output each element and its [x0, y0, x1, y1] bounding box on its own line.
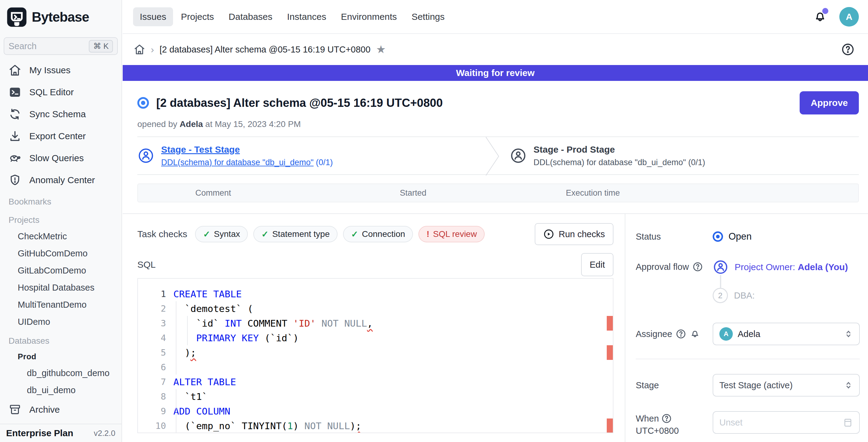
sidebar-item-my-issues[interactable]: My Issues — [0, 59, 121, 81]
stage-pipeline: Stage - Test Stage DDL(schema) for datab… — [137, 136, 859, 175]
check-pill-syntax[interactable]: ✓Syntax — [195, 226, 248, 242]
issue-sidebar: Status Open Approval flow — [625, 214, 868, 442]
main-area: IssuesProjectsDatabasesInstancesEnvironm… — [123, 0, 868, 442]
line-number: 6 — [138, 360, 166, 375]
stage-separator — [485, 137, 502, 176]
stage-select-label: Stage — [636, 380, 713, 390]
sidebar-item-slow-queries[interactable]: Slow Queries — [0, 147, 121, 169]
avatar[interactable]: A — [839, 7, 859, 27]
code-line: 9ADD COLUMN — [138, 404, 613, 418]
sql-section-label: SQL — [137, 259, 156, 270]
nav-settings[interactable]: Settings — [405, 7, 451, 26]
line-content: `t1` — [166, 389, 208, 404]
sidebar-item-sync-schema[interactable]: Sync Schema — [0, 103, 121, 125]
panel-divider — [636, 359, 860, 359]
sidebar-item-label: Export Center — [29, 131, 86, 141]
play-circle-icon — [543, 229, 554, 240]
notification-dot — [822, 8, 828, 14]
when-date-input[interactable]: Unset — [713, 411, 860, 434]
nav-projects[interactable]: Projects — [174, 7, 221, 26]
status-banner: Waiting for review — [123, 65, 868, 81]
nav-environments[interactable]: Environments — [334, 7, 403, 26]
code-line: 6 — [138, 360, 613, 375]
sidebar-item-label: Archive — [29, 405, 60, 415]
chevron-updown-icon — [844, 328, 853, 340]
turtle-icon — [8, 152, 21, 164]
sidebar-item-sql-editor[interactable]: SQL Editor — [0, 81, 121, 103]
sidebar-item-label: Slow Queries — [29, 153, 84, 163]
stage-task-link[interactable]: DDL(schema) for database "db_ui_demo" — [161, 158, 313, 167]
stage-person-icon — [510, 147, 527, 164]
line-number: 10 — [138, 418, 166, 433]
line-content: (`emp_no` TINYINT(1) NOT NULL); — [166, 418, 361, 433]
stage-prod-stage[interactable]: Stage - Prod Stage DDL(schema) for datab… — [510, 145, 705, 167]
star-icon[interactable]: ★ — [376, 43, 386, 56]
column-execution-time: Execution time — [566, 188, 620, 198]
assignee-label: Assignee — [636, 329, 672, 339]
sidebar-project-checkmetric[interactable]: CheckMetric — [0, 228, 121, 245]
subscribe-bell-icon[interactable] — [690, 329, 700, 339]
sidebar-project-multitenantdemo[interactable]: MultiTenantDemo — [0, 296, 121, 313]
sidebar-menu: My IssuesSQL EditorSync SchemaExport Cen… — [0, 59, 121, 191]
nav-databases[interactable]: Databases — [222, 7, 279, 26]
code-line: 1CREATE TABLE — [138, 287, 613, 301]
stage-title[interactable]: Stage - Test Stage — [161, 145, 333, 155]
code-line: 4 PRIMARY KEY (`id`) — [138, 330, 613, 345]
sidebar-database-db-ui-demo[interactable]: db_ui_demo — [0, 382, 121, 399]
db-list: db_githubcom_demodb_ui_demo — [0, 365, 121, 399]
sidebar-project-uidemo[interactable]: UIDemo — [0, 313, 121, 330]
sidebar: Bytebase Search ⌘ K My IssuesSQL EditorS… — [0, 0, 122, 442]
archive-icon — [8, 403, 21, 416]
sidebar-section-bookmarks: Bookmarks — [0, 194, 121, 210]
assignee-select[interactable]: A Adela — [713, 323, 860, 345]
check-pills: ✓Syntax✓Statement type✓Connection!SQL re… — [195, 226, 490, 242]
check-icon: ✓ — [203, 229, 210, 239]
notifications-button[interactable] — [813, 10, 827, 24]
check-pill-label: Connection — [362, 229, 405, 239]
sidebar-project-githubcomdemo[interactable]: GitHubComDemo — [0, 245, 121, 262]
sidebar-item-label: Anomaly Center — [29, 175, 95, 185]
approval-connector — [720, 275, 721, 288]
run-checks-button[interactable]: Run checks — [535, 223, 614, 245]
sidebar-item-archive[interactable]: Archive — [0, 399, 121, 421]
indent-guide — [176, 389, 177, 433]
task-run-table-header: Comment Started Execution time — [137, 184, 859, 202]
sidebar-item-anomaly-center[interactable]: Anomaly Center — [0, 169, 121, 191]
line-number: 5 — [138, 345, 166, 360]
nav-issues[interactable]: Issues — [133, 7, 173, 26]
help-circle-icon[interactable] — [676, 329, 686, 339]
logo[interactable]: Bytebase — [0, 0, 121, 34]
sql-editor[interactable]: 1CREATE TABLE2 `demotest` (3 `id` INT CO… — [137, 278, 614, 433]
breadcrumb-title[interactable]: [2 databases] Alter schema @05-15 16:19 … — [160, 44, 371, 55]
stage-test-stage[interactable]: Stage - Test Stage DDL(schema) for datab… — [137, 145, 485, 167]
check-pill-connection[interactable]: ✓Connection — [343, 226, 413, 242]
home-icon[interactable] — [134, 44, 145, 55]
sql-issue-marker — [607, 418, 613, 433]
help-circle-icon[interactable] — [692, 262, 703, 272]
approve-button[interactable]: Approve — [800, 91, 859, 115]
line-content: PRIMARY KEY (`id`) — [166, 330, 299, 345]
plan-row[interactable]: Enterprise Plan v2.2.0 — [0, 424, 121, 442]
assignee-avatar: A — [719, 327, 733, 341]
sidebar-project-gitlabcomdemo[interactable]: GitLabComDemo — [0, 262, 121, 279]
code-line: 10 (`emp_no` TINYINT(1) NOT NULL); — [138, 418, 613, 433]
sidebar-section-projects: Projects — [0, 213, 121, 228]
help-circle-icon[interactable] — [661, 413, 672, 424]
breadcrumb: › [2 databases] Alter schema @05-15 16:1… — [123, 34, 868, 65]
check-pill-label: SQL review — [433, 229, 477, 239]
sidebar-project-hospital-databases[interactable]: Hospital Databases — [0, 279, 121, 296]
code-line: 3 `id` INT COMMENT 'ID' NOT NULL, — [138, 316, 613, 330]
help-icon[interactable] — [841, 43, 855, 56]
sidebar-database-db-githubcom-demo[interactable]: db_githubcom_demo — [0, 365, 121, 382]
check-pill-sql-review[interactable]: !SQL review — [418, 226, 485, 242]
line-content: CREATE TABLE — [166, 287, 242, 301]
check-pill-statement-type[interactable]: ✓Statement type — [253, 226, 338, 242]
search-input[interactable]: Search ⌘ K — [4, 37, 118, 55]
nav-instances[interactable]: Instances — [280, 7, 333, 26]
task-checks-label: Task checks — [137, 229, 187, 239]
sidebar-item-export-center[interactable]: Export Center — [0, 125, 121, 147]
check-pill-label: Syntax — [214, 229, 240, 239]
edit-sql-button[interactable]: Edit — [581, 253, 614, 276]
stage-title: Stage - Prod Stage — [533, 145, 705, 155]
stage-select[interactable]: Test Stage (active) — [713, 374, 860, 397]
